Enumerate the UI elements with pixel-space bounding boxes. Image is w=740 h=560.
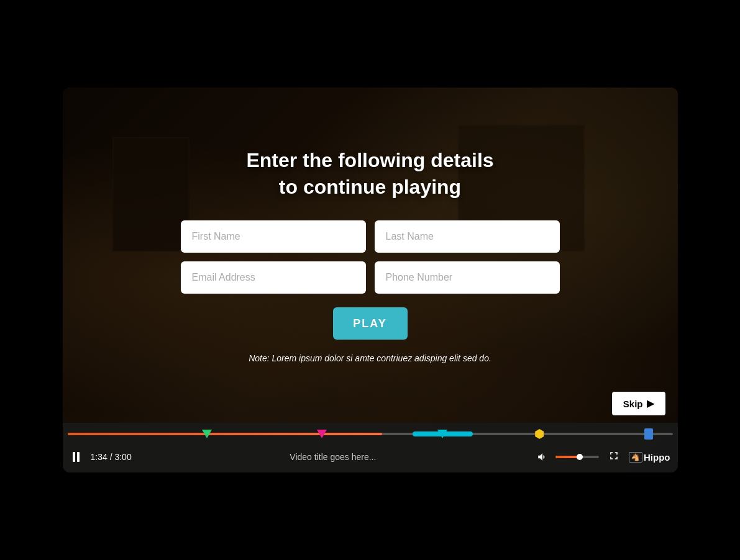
bottom-controls: 1:34 / 3:00 Video title goes here... bbox=[63, 443, 678, 471]
form-overlay: Enter the following details to continue … bbox=[63, 88, 678, 423]
name-row bbox=[181, 220, 560, 253]
note-text: Note: Lorem ipsum dolor si amte contriue… bbox=[249, 353, 491, 363]
chapter-marker-yellow bbox=[535, 429, 544, 439]
email-input[interactable] bbox=[181, 261, 366, 294]
logo-text: Hippo bbox=[644, 452, 670, 463]
contact-row bbox=[181, 261, 560, 294]
first-name-input[interactable] bbox=[181, 220, 366, 253]
fullscreen-button[interactable] bbox=[608, 449, 620, 464]
progress-bar[interactable] bbox=[63, 425, 678, 443]
mute-button[interactable] bbox=[534, 449, 550, 465]
video-player: Enter the following details to continue … bbox=[63, 88, 678, 472]
pause-button[interactable] bbox=[70, 449, 82, 464]
form-heading: Enter the following details to continue … bbox=[246, 147, 493, 201]
chapter-marker-cyan bbox=[437, 430, 447, 438]
chapter-marker-blue bbox=[644, 428, 653, 440]
video-title: Video title goes here... bbox=[140, 452, 526, 462]
time-display: 1:34 / 3:00 bbox=[91, 452, 132, 462]
controls-bar: 1:34 / 3:00 Video title goes here... bbox=[63, 423, 678, 472]
logo-icon: 🐴 bbox=[629, 452, 642, 463]
fullscreen-icon bbox=[608, 449, 620, 462]
progress-track bbox=[68, 433, 673, 435]
chapter-marker-pink bbox=[317, 430, 327, 438]
speaker-icon bbox=[537, 451, 548, 463]
volume-track[interactable] bbox=[555, 456, 599, 458]
play-triangle-icon: ▶ bbox=[647, 398, 654, 409]
last-name-input[interactable] bbox=[375, 220, 560, 253]
brand-logo: 🐴 Hippo bbox=[629, 452, 670, 463]
volume-thumb bbox=[577, 454, 583, 460]
skip-button[interactable]: Skip ▶ bbox=[612, 392, 665, 415]
chapter-marker-green bbox=[202, 430, 212, 438]
volume-fill bbox=[555, 456, 580, 458]
phone-input[interactable] bbox=[375, 261, 560, 294]
progress-fill bbox=[68, 433, 382, 435]
pause-icon bbox=[73, 452, 80, 462]
volume-control bbox=[534, 449, 599, 465]
play-button[interactable]: PLAY bbox=[333, 307, 408, 340]
